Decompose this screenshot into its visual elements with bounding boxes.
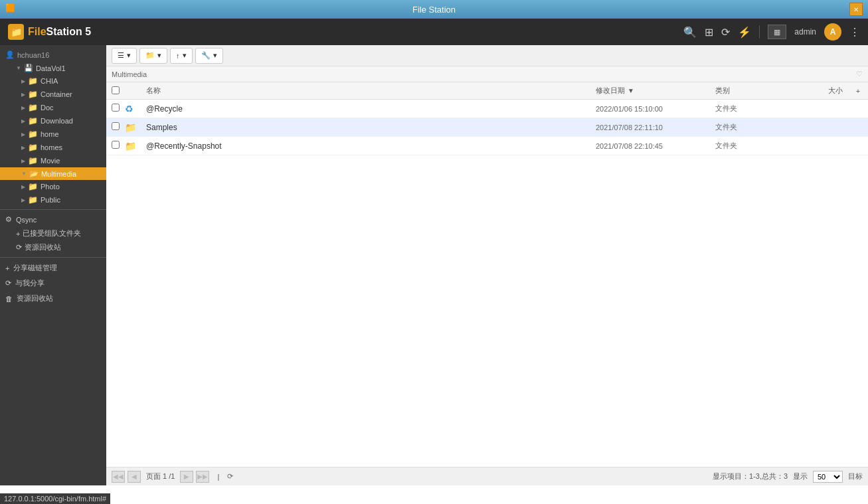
folder-open-icon: 📂: [29, 169, 39, 178]
breadcrumb: Multimedia ♡: [106, 66, 868, 82]
share-icon: +: [5, 264, 9, 272]
upload-arrow: ▾: [183, 51, 187, 60]
drive-icon: 💾: [24, 64, 33, 72]
row-date: 2021/07/08 22:10:45: [596, 142, 715, 150]
sidebar-with-me[interactable]: ⟳ 与我分享: [0, 276, 106, 291]
header-date[interactable]: 修改日期 ▼: [596, 86, 715, 96]
row-icon: ♻: [125, 104, 143, 114]
tree-arrow-icon: ▶: [21, 118, 25, 124]
row-checkbox[interactable]: [112, 104, 120, 112]
search-icon[interactable]: 🔍: [683, 26, 697, 39]
sidebar-item-multimedia[interactable]: ▼ 📂 Multimedia: [0, 167, 106, 180]
tree-arrow-icon: ▶: [21, 92, 25, 98]
app-logo: 📁 FileStation 5: [8, 24, 91, 40]
header-size[interactable]: 大小: [795, 86, 848, 96]
sidebar-home-label: home: [41, 130, 59, 138]
view-toggle-button[interactable]: ▦: [768, 25, 786, 39]
prev-page-button[interactable]: ◀: [128, 471, 141, 483]
row-name: @Recycle: [143, 104, 596, 114]
view-mode-arrow: ▾: [127, 51, 131, 60]
sidebar-public-label: Public: [41, 196, 60, 204]
upload-button[interactable]: ↑ ▾: [170, 48, 193, 64]
header-name[interactable]: 名称: [143, 86, 596, 96]
row-type: 文件夹: [715, 122, 795, 132]
sidebar-user-icon: 👤: [5, 50, 15, 59]
tree-arrow-icon: ▶: [21, 184, 25, 190]
page-divider: |: [217, 473, 219, 481]
sidebar-item-team-folder[interactable]: + 已接受组队文件夹: [0, 226, 106, 240]
sidebar-recycle[interactable]: 🗑 资源回收站: [0, 291, 106, 306]
close-button[interactable]: ✕: [849, 3, 863, 16]
url-bar: 127.0.0.1:5000/cgi-bin/fm.html#: [0, 493, 110, 504]
folder-icon: 📁: [28, 143, 38, 152]
header-type[interactable]: 类别: [715, 86, 795, 96]
breadcrumb-path: Multimedia: [112, 70, 147, 78]
favorite-icon[interactable]: ♡: [856, 70, 863, 78]
sidebar-item-download[interactable]: ▶ 📁 Download: [0, 114, 106, 127]
sidebar-multimedia-label: Multimedia: [41, 170, 76, 178]
display-count-label: 显示项目：1-3,总共：3: [713, 471, 788, 481]
row-check[interactable]: [106, 122, 125, 132]
status-refresh-button[interactable]: ⟳: [227, 472, 233, 481]
sidebar-item-photo[interactable]: ▶ 📁 Photo: [0, 180, 106, 193]
sidebar-item-doc[interactable]: ▶ 📁 Doc: [0, 101, 106, 114]
per-page-select[interactable]: 50 100 200: [813, 471, 843, 483]
sidebar-item-datavol1[interactable]: ▼ 💾 DataVol1: [0, 62, 106, 74]
table-row[interactable]: ♻ @Recycle 2022/01/06 15:10:00 文件夹: [106, 100, 868, 118]
tree-expand-icon: ▼: [16, 65, 21, 71]
more-options-icon[interactable]: ⋮: [849, 26, 860, 39]
tree-arrow-icon: ▶: [21, 158, 25, 164]
sidebar-item-home[interactable]: ▶ 📁 home: [0, 127, 106, 141]
sidebar-item-public[interactable]: ▶ 📁 Public: [0, 193, 106, 207]
admin-label: admin: [794, 27, 816, 37]
sidebar-chia-label: CHIA: [41, 77, 58, 85]
sidebar-item-homes[interactable]: ▶ 📁 homes: [0, 141, 106, 154]
row-type: 文件夹: [715, 141, 795, 151]
sidebar-user-header[interactable]: 👤 hchuan16: [0, 48, 106, 62]
sidebar-team-folder-label: 已接受组队文件夹: [23, 228, 81, 238]
row-date: 2021/07/08 22:11:10: [596, 124, 715, 131]
sidebar-item-chia[interactable]: ▶ 📁 CHIA: [0, 74, 106, 88]
filter-icon[interactable]: ⚡: [738, 26, 751, 39]
row-checkbox[interactable]: [112, 141, 120, 149]
sidebar-recycle-label: 资源回收站: [17, 294, 53, 303]
header-add[interactable]: +: [848, 87, 868, 95]
sidebar-item-movie[interactable]: ▶ 📁 Movie: [0, 154, 106, 167]
sidebar-item-container[interactable]: ▶ 📁 Container: [0, 88, 106, 101]
header-check[interactable]: [106, 86, 125, 96]
admin-avatar[interactable]: A: [824, 23, 841, 41]
sidebar-photo-label: Photo: [41, 183, 60, 191]
table-row[interactable]: 📁 Samples 2021/07/08 22:11:10 文件夹: [106, 118, 868, 137]
table-row[interactable]: 📁 @Recently-Snapshot 2021/07/08 22:10:45…: [106, 137, 868, 155]
select-all-checkbox[interactable]: [112, 86, 120, 94]
sidebar-with-me-label: 与我分享: [15, 278, 44, 288]
display-icon[interactable]: ⊞: [705, 26, 713, 39]
new-folder-button[interactable]: 📁 ▾: [139, 48, 167, 64]
row-check[interactable]: [106, 104, 125, 114]
next-page-button[interactable]: ▶: [180, 471, 193, 483]
refresh-icon[interactable]: ⟳: [721, 26, 730, 39]
row-checkbox[interactable]: [112, 122, 120, 130]
sidebar-qsync-header[interactable]: ⚙ Qsync: [0, 212, 106, 226]
folder-icon: 📁: [28, 90, 38, 99]
tools-button[interactable]: 🔧 ▾: [195, 48, 223, 64]
qsync-recycle-icon: ⟳: [16, 243, 22, 252]
sidebar: 👤 hchuan16 ▼ 💾 DataVol1 ▶ 📁 CHIA ▶ 📁 Con…: [0, 45, 106, 485]
tree-arrow-icon: ▶: [21, 197, 25, 203]
row-check[interactable]: [106, 141, 125, 151]
folder-icon: 📁: [28, 129, 38, 139]
url-text: 127.0.0.1:5000/cgi-bin/fm.html#: [4, 495, 106, 503]
sidebar-item-qsync-recycle[interactable]: ⟳ 资源回收站: [0, 240, 106, 254]
content-area: ☰ ▾ 📁 ▾ ↑ ▾ 🔧 ▾ Multimedia ♡: [106, 45, 868, 485]
view-mode-button[interactable]: ☰ ▾: [112, 48, 137, 64]
recycle-folder-icon: ♻: [125, 104, 133, 114]
new-folder-icon: 📁: [145, 51, 155, 60]
app-header: 📁 FileStation 5 🔍 ⊞ ⟳ ⚡ ▦ admin A ⋮: [0, 19, 868, 45]
team-folder-icon: +: [16, 230, 20, 238]
last-page-button[interactable]: ▶▶: [196, 471, 209, 483]
sidebar-share-manage[interactable]: + 分享磁链管理: [0, 260, 106, 276]
first-page-button[interactable]: ◀◀: [112, 471, 125, 483]
row-name: @Recently-Snapshot: [143, 141, 596, 151]
new-folder-arrow: ▾: [157, 51, 161, 60]
row-icon: 📁: [125, 141, 143, 151]
